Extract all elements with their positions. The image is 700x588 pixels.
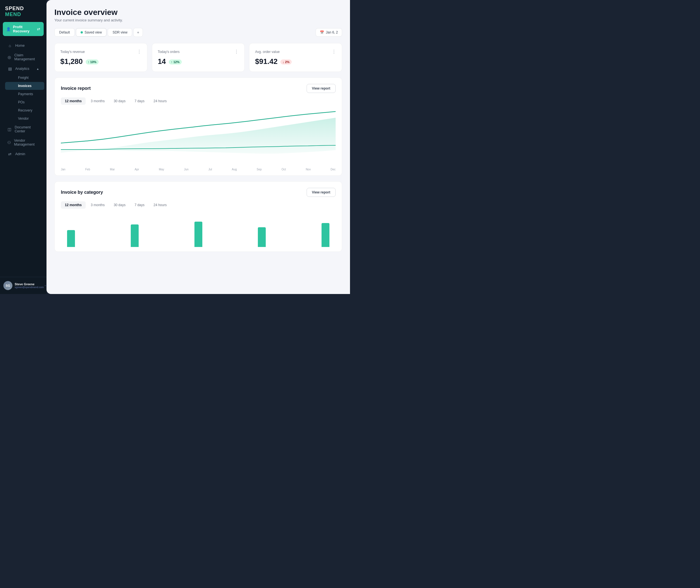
sidebar-item-freight[interactable]: Freight — [5, 74, 44, 82]
time-tab-12m-cat[interactable]: 12 months — [61, 201, 86, 209]
stat-cards: Today's revenue ⋮ $1,280 ↑ 10% Today's o… — [54, 43, 342, 72]
bar-group-4 — [126, 224, 143, 247]
main-nav: ⌂ Home ◎ Claim Management ▤ Analytics ▲ … — [0, 41, 46, 159]
chart-x-labels: Jan Feb Mar Apr May Jun Jul Aug Sep Oct … — [61, 166, 335, 171]
sidebar-item-vendor-management[interactable]: ⚇ Vendor Management — [2, 136, 44, 149]
view-controls: Default Saved view SDR view + 📅 Jan 6, 2 — [54, 28, 342, 37]
user-email: sgreen@spendmend.com — [15, 286, 44, 289]
time-tab-30d-cat[interactable]: 30 days — [110, 201, 129, 209]
pos-label: POs — [18, 100, 25, 104]
bar-7 — [194, 222, 202, 247]
invoice-category-card: Invoice by category View report 12 month… — [54, 181, 342, 252]
logo: SPEND MEND — [0, 0, 46, 22]
saved-view-label: Saved view — [85, 30, 102, 34]
avg-order-label: Avg. order value — [255, 50, 279, 54]
invoice-report-chart — [61, 109, 335, 166]
invoice-category-view-btn[interactable]: View report — [306, 188, 335, 197]
user-text: Steve Greene sgreen@spendmend.com — [15, 282, 44, 289]
freight-label: Freight — [18, 76, 28, 80]
x-label-dec: Dec — [330, 168, 335, 171]
sidebar-item-pos[interactable]: POs — [5, 98, 44, 106]
revenue-badge: ↑ 10% — [86, 59, 99, 64]
home-icon: ⌂ — [7, 43, 12, 48]
avatar: SG — [3, 281, 12, 290]
invoice-category-header: Invoice by category View report — [61, 188, 335, 197]
invoice-category-title: Invoice by category — [61, 190, 103, 195]
bar-13 — [321, 223, 329, 247]
time-tab-24h-cat[interactable]: 24 hours — [150, 201, 171, 209]
x-label-mar: Mar — [110, 168, 115, 171]
bar-group-13 — [317, 223, 334, 247]
document-icon: ◫ — [7, 127, 12, 132]
time-tab-24h-report[interactable]: 24 hours — [150, 97, 171, 105]
time-tab-30d-report[interactable]: 30 days — [110, 97, 129, 105]
sidebar-item-home[interactable]: ⌂ Home — [2, 41, 44, 50]
logo-spend: SPEND — [5, 6, 24, 11]
logout-icon[interactable]: → — [44, 283, 48, 288]
payments-label: Payments — [18, 92, 33, 96]
time-tab-3m-report[interactable]: 3 months — [87, 97, 108, 105]
invoice-report-time-tabs: 12 months 3 months 30 days 7 days 24 hou… — [61, 97, 335, 105]
swap-icon: ⇄ — [37, 27, 40, 31]
add-tab-label: + — [137, 30, 139, 35]
avg-order-value: $91.42 — [255, 57, 277, 66]
active-module-button[interactable]: 👤 Profit Recovery ⇄ — [3, 22, 44, 36]
time-tab-7d-cat[interactable]: 7 days — [130, 201, 148, 209]
x-label-apr: Apr — [135, 168, 139, 171]
page-header: Invoice overview Your current invoice su… — [54, 8, 342, 22]
stat-card-orders: Today's orders ⋮ 14 ↑ 12% — [152, 43, 245, 72]
orders-menu-icon[interactable]: ⋮ — [234, 49, 239, 54]
analytics-label: Analytics — [15, 67, 29, 71]
time-tab-12m-report[interactable]: 12 months — [61, 97, 86, 105]
claim-label: Claim Management — [14, 53, 39, 61]
invoice-category-time-tabs: 12 months 3 months 30 days 7 days 24 hou… — [61, 201, 335, 209]
tab-sdr-view[interactable]: SDR view — [108, 28, 132, 37]
orders-badge: ↑ 12% — [169, 59, 182, 64]
invoice-report-card: Invoice report View report 12 months 3 m… — [54, 77, 342, 176]
page-title: Invoice overview — [54, 8, 342, 17]
tab-saved-view[interactable]: Saved view — [76, 28, 106, 37]
sidebar-item-vendor[interactable]: Vendor — [5, 115, 44, 123]
bar-10 — [258, 227, 266, 247]
sidebar-item-admin[interactable]: ⇄ Admin — [2, 149, 44, 159]
add-view-button[interactable]: + — [133, 28, 143, 37]
sidebar-item-recovery[interactable]: Recovery — [5, 106, 44, 114]
time-tab-3m-cat[interactable]: 3 months — [87, 201, 108, 209]
home-label: Home — [15, 44, 25, 48]
revenue-menu-icon[interactable]: ⋮ — [137, 49, 141, 54]
sidebar-item-claim-management[interactable]: ◎ Claim Management — [2, 51, 44, 64]
revenue-value: $1,280 — [60, 57, 83, 66]
revenue-label: Today's revenue — [60, 50, 85, 54]
tab-default[interactable]: Default — [54, 28, 75, 37]
invoice-report-title: Invoice report — [61, 86, 91, 91]
page-subtitle: Your current invoice summary and activit… — [54, 18, 342, 22]
x-label-nov: Nov — [306, 168, 311, 171]
sidebar-item-invoices[interactable]: Invoices — [5, 82, 44, 90]
time-tab-7d-report[interactable]: 7 days — [130, 97, 148, 105]
date-filter-button[interactable]: 📅 Jan 6, 2 — [315, 28, 342, 37]
analytics-icon: ▤ — [7, 66, 12, 71]
invoice-report-view-btn[interactable]: View report — [306, 84, 335, 93]
claim-icon: ◎ — [7, 55, 12, 59]
admin-label: Admin — [15, 152, 25, 156]
logo-mend: MEND — [5, 12, 21, 17]
stat-card-revenue: Today's revenue ⋮ $1,280 ↑ 10% — [54, 43, 147, 72]
invoices-label: Invoices — [18, 84, 32, 88]
sdr-view-label: SDR view — [112, 30, 127, 34]
view-tabs: Default Saved view SDR view + — [54, 28, 143, 37]
admin-icon: ⇄ — [7, 152, 12, 156]
sidebar-item-payments[interactable]: Payments — [5, 90, 44, 98]
module-label: Profit Recovery — [13, 25, 37, 33]
sidebar-item-document-center[interactable]: ◫ Document Center — [2, 123, 44, 136]
sidebar-item-analytics[interactable]: ▤ Analytics ▲ — [2, 64, 44, 73]
invoice-category-chart — [61, 213, 335, 247]
orders-label: Today's orders — [158, 50, 180, 54]
document-label: Document Center — [15, 125, 39, 133]
avg-order-menu-icon[interactable]: ⋮ — [332, 49, 336, 54]
module-icon: 👤 — [6, 27, 11, 31]
x-label-jul: Jul — [208, 168, 212, 171]
x-label-may: May — [159, 168, 164, 171]
chevron-up-icon: ▲ — [36, 67, 39, 70]
main-content: Invoice overview Your current invoice su… — [46, 0, 350, 294]
user-name: Steve Greene — [15, 282, 44, 286]
